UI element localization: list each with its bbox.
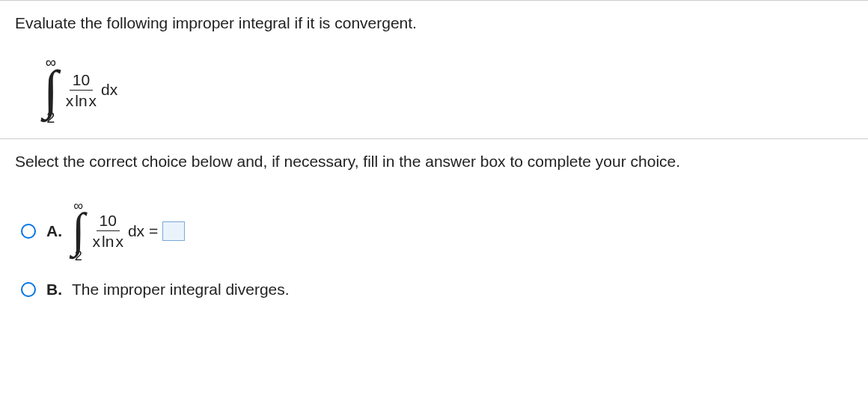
- instruction-text: Select the correct choice below and, if …: [0, 139, 868, 184]
- answer-input[interactable]: [162, 221, 185, 241]
- radio-choice-a[interactable]: [21, 224, 36, 239]
- integral-symbol: ∫: [43, 71, 58, 108]
- choice-a-lower-bound: 2: [75, 249, 82, 263]
- choice-a-integral-sign-block: ∞ ∫ 2: [72, 199, 85, 263]
- integral-sign-block: ∞ ∫ 2: [43, 55, 58, 125]
- fraction-numerator: 10: [70, 71, 93, 91]
- fraction-denominator: xlnx: [63, 91, 100, 109]
- choice-a-fraction: 10 xlnx: [90, 212, 126, 250]
- choice-b-letter: B.: [46, 281, 64, 299]
- choice-b: B. The improper integral diverges.: [21, 281, 853, 299]
- integral-lower-bound: 2: [46, 110, 55, 125]
- question-prompt: Evaluate the following improper integral…: [0, 1, 868, 46]
- choices-block: A. ∞ ∫ 2 10 xlnx dx =: [0, 184, 868, 324]
- choice-a: A. ∞ ∫ 2 10 xlnx dx =: [21, 199, 853, 263]
- choice-a-equals: =: [149, 222, 158, 240]
- choice-a-dx: dx: [128, 222, 144, 240]
- choice-a-letter: A.: [46, 222, 64, 240]
- choice-b-text: The improper integral diverges.: [72, 281, 290, 299]
- choice-a-denominator: xlnx: [90, 231, 126, 250]
- prompt-text: Evaluate the following improper integral…: [15, 14, 417, 31]
- choice-a-numerator: 10: [97, 212, 120, 231]
- choice-a-integral-symbol: ∫: [72, 214, 85, 248]
- choice-a-content: ∞ ∫ 2 10 xlnx dx =: [72, 199, 185, 263]
- integrand-fraction: 10 xlnx: [63, 71, 100, 109]
- integral-display: ∞ ∫ 2 10 xlnx dx: [0, 46, 868, 138]
- radio-choice-b[interactable]: [21, 282, 36, 297]
- dx-label: dx: [101, 81, 117, 99]
